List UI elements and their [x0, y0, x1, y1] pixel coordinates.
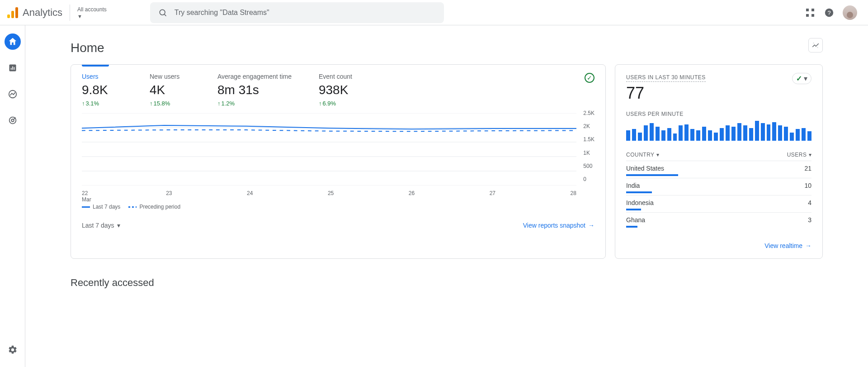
- spark-bar: [807, 131, 811, 141]
- users-header[interactable]: USERS ▾: [787, 152, 811, 158]
- metric-label: Users: [82, 73, 123, 80]
- table-row: United States21: [626, 161, 811, 178]
- arrow-up-icon: ↑: [217, 100, 221, 107]
- help-icon[interactable]: ?: [824, 7, 835, 18]
- spark-bar: [690, 129, 694, 141]
- spark-bar: [638, 133, 642, 141]
- trend-chart: 2.5K2K1.5K1K5000 22Mar232425262728: [82, 113, 594, 199]
- search-container: [150, 2, 805, 23]
- apps-icon[interactable]: [805, 7, 816, 18]
- realtime-status-dropdown[interactable]: ✓ ▾: [792, 73, 811, 84]
- spark-bar: [726, 125, 730, 141]
- users-per-minute-chart: [626, 121, 811, 141]
- date-range-label: Last 7 days: [82, 222, 114, 229]
- svg-rect-10: [12, 67, 13, 70]
- view-realtime-link[interactable]: View realtime →: [764, 242, 811, 249]
- spark-bar: [679, 125, 683, 141]
- metric-value: 938K: [319, 83, 359, 97]
- metric-delta: ↑1.2%: [217, 100, 292, 107]
- legend-previous: Preceding period: [128, 204, 180, 210]
- country-name: India: [626, 182, 640, 189]
- spark-bar: [702, 127, 706, 141]
- metric-delta: ↑15.8%: [150, 100, 190, 107]
- chevron-down-icon: ▼: [77, 14, 82, 19]
- nav-admin[interactable]: [5, 342, 21, 358]
- metric-tabs: Users 9.8K ↑3.1%New users 4K ↑15.8%Avera…: [82, 73, 594, 107]
- x-axis: 22Mar232425262728: [82, 187, 576, 203]
- spark-bar: [714, 133, 718, 141]
- chart-legend: Last 7 days Preceding period: [82, 204, 594, 210]
- country-header[interactable]: COUNTRY ▾: [626, 152, 659, 158]
- svg-line-1: [165, 14, 166, 16]
- svg-rect-5: [811, 14, 814, 17]
- country-name: United States: [626, 165, 664, 172]
- spark-bar: [784, 127, 788, 141]
- account-switcher[interactable]: All accounts ▼: [70, 5, 114, 21]
- side-nav: [0, 25, 25, 367]
- user-count: 21: [804, 165, 811, 172]
- spark-bar: [720, 128, 724, 141]
- arrow-up-icon: ↑: [150, 100, 153, 107]
- content-area: Home ✓ Users 9.8K ↑3.1%New users 4K ↑15.…: [25, 25, 868, 367]
- spark-bar: [796, 129, 800, 141]
- arrow-up-icon: ↑: [82, 100, 85, 107]
- search-input[interactable]: [175, 9, 437, 17]
- users-per-minute-label: USERS PER MINUTE: [626, 111, 811, 117]
- date-range-selector[interactable]: Last 7 days ▾: [82, 222, 120, 229]
- table-row: India10: [626, 178, 811, 195]
- search-icon: [157, 7, 168, 18]
- nav-advertising[interactable]: [5, 112, 21, 129]
- svg-text:?: ?: [827, 9, 830, 16]
- chevron-down-icon: ▾: [117, 222, 120, 229]
- product-logo-group[interactable]: Analytics: [7, 7, 70, 19]
- spark-bar: [743, 125, 747, 141]
- metric-value: 8m 31s: [217, 83, 292, 97]
- metric-tab[interactable]: Event count 938K ↑6.9%: [319, 73, 359, 107]
- chevron-down-icon: ▾: [809, 152, 812, 158]
- user-count: 3: [808, 216, 811, 224]
- svg-rect-3: [811, 9, 814, 11]
- realtime-title: USERS IN LAST 30 MINUTES: [626, 74, 706, 82]
- metric-value: 4K: [150, 83, 190, 97]
- metric-delta: ↑6.9%: [319, 100, 359, 107]
- spark-bar: [737, 123, 741, 141]
- nav-home[interactable]: [5, 33, 21, 50]
- arrow-right-icon: →: [588, 222, 594, 229]
- metric-tab[interactable]: Average engagement time 8m 31s ↑1.2%: [217, 73, 292, 107]
- spark-bar: [667, 128, 671, 141]
- spark-bar: [761, 123, 765, 141]
- analytics-logo-icon: [7, 7, 18, 18]
- check-circle-icon: ✓: [796, 74, 802, 83]
- avatar[interactable]: [843, 5, 857, 20]
- spark-bar: [650, 123, 654, 141]
- user-count: 10: [804, 182, 811, 189]
- spark-bar: [661, 130, 665, 141]
- spark-bar: [755, 121, 759, 141]
- metric-tab[interactable]: New users 4K ↑15.8%: [150, 73, 190, 107]
- chevron-down-icon: ▾: [804, 74, 807, 83]
- nav-reports[interactable]: [5, 60, 21, 76]
- metric-label: New users: [150, 73, 190, 80]
- app-header: Analytics All accounts ▼ ?: [0, 0, 868, 25]
- overview-card: ✓ Users 9.8K ↑3.1%New users 4K ↑15.8%Ave…: [71, 64, 606, 259]
- spark-bar: [802, 128, 806, 141]
- nav-explore[interactable]: [5, 86, 21, 102]
- spark-bar: [644, 125, 648, 141]
- status-check-icon[interactable]: ✓: [585, 73, 594, 83]
- insights-button[interactable]: [808, 38, 823, 52]
- product-name: Analytics: [23, 7, 62, 19]
- legend-current: Last 7 days: [82, 204, 120, 210]
- arrow-up-icon: ↑: [319, 100, 322, 107]
- view-reports-snapshot-link[interactable]: View reports snapshot →: [523, 222, 594, 229]
- spark-bar: [778, 125, 782, 141]
- country-name: Ghana: [626, 216, 645, 224]
- metric-tab[interactable]: Users 9.8K ↑3.1%: [82, 73, 123, 107]
- table-row: Ghana3: [626, 212, 811, 229]
- search-bar[interactable]: [150, 2, 444, 23]
- page-title: Home: [71, 41, 823, 55]
- svg-point-0: [160, 10, 165, 15]
- account-switcher-label: All accounts: [77, 6, 107, 13]
- realtime-card: USERS IN LAST 30 MINUTES 77 ✓ ▾ USERS PE…: [615, 64, 823, 259]
- svg-rect-9: [10, 68, 11, 70]
- table-row: Indonesia4: [626, 195, 811, 212]
